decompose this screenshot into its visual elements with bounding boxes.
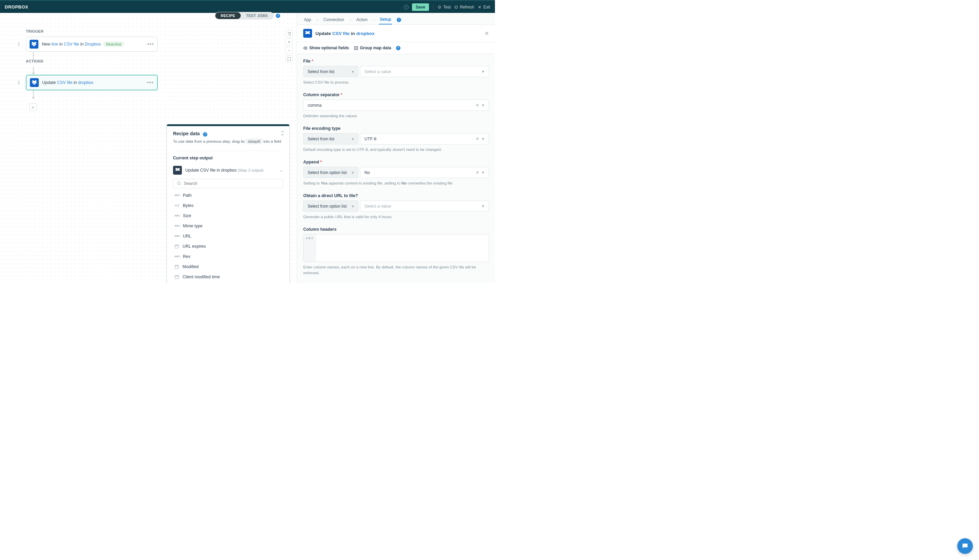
svg-rect-4 [175, 265, 179, 268]
show-optional-toggle[interactable]: Show optional fields [303, 45, 349, 50]
close-button[interactable]: ✕ [484, 30, 489, 37]
panel-title: Recipe data [173, 131, 200, 136]
trigger-row: 1 New line in CSV file in Dropbox Real-t… [18, 37, 158, 52]
file-value-select[interactable]: Select a value▾ [360, 66, 489, 77]
action-node[interactable]: Update CSV file in dropbox ••• [26, 75, 158, 90]
datapill-field[interactable]: Client modified time [173, 272, 283, 282]
dropbox-icon [173, 166, 182, 175]
direct-url-help: Generate a public URL that is valid for … [303, 214, 489, 220]
save-button[interactable]: Save [412, 3, 429, 11]
encoding-mode-select[interactable]: Select from list▾ [303, 133, 358, 144]
group-map-toggle[interactable]: Group map data [354, 45, 391, 50]
zoom-reset[interactable] [285, 30, 293, 37]
panel-desc: To use data from a previous step, drag i… [173, 138, 283, 144]
tab-test-jobs[interactable]: TEST JOBS [241, 12, 273, 19]
tab-action[interactable]: Action [355, 15, 368, 24]
svg-rect-7 [354, 46, 355, 50]
separator-select[interactable]: comma ✕ ▾ [303, 100, 489, 111]
dropbox-icon [303, 29, 312, 38]
tabs-help-icon[interactable]: ? [276, 13, 280, 18]
field-encoding: File encoding type Select from list▾ UTF… [303, 126, 489, 152]
topbar-right: ? Save Test Refresh Exit [404, 3, 490, 11]
field-label: URL expires [183, 244, 206, 249]
canvas[interactable]: TRIGGER 1 New line in CSV file in Dropbo… [0, 13, 297, 283]
flow: TRIGGER 1 New line in CSV file in Dropbo… [18, 29, 158, 111]
append-mode-select[interactable]: Select from option list▾ [303, 167, 358, 178]
search-input[interactable] [184, 181, 279, 186]
dropbox-icon [30, 78, 39, 87]
field-file: File * Select from list▾ Select a value▾… [303, 59, 489, 85]
test-button[interactable]: Test [437, 5, 451, 10]
zoom-fit[interactable] [285, 55, 293, 63]
datapill-field[interactable]: Modified [173, 262, 283, 272]
refresh-icon [454, 5, 458, 9]
clear-icon[interactable]: ✕ [475, 103, 479, 108]
collapse-icon[interactable] [280, 131, 285, 136]
tab-recipe[interactable]: RECIPE [215, 12, 241, 19]
svg-point-1 [439, 7, 440, 7]
app-title: DROPBOX [5, 4, 28, 10]
svg-rect-5 [175, 275, 179, 278]
direct-url-mode-select[interactable]: Select from option list▾ [303, 200, 358, 212]
append-value-select[interactable]: No ✕▾ [360, 167, 489, 178]
main: TRIGGER 1 New line in CSV file in Dropbo… [0, 13, 495, 283]
encoding-value-select[interactable]: UTF-8 ✕▾ [360, 133, 489, 144]
search-input-wrap[interactable] [173, 179, 283, 188]
separator-help: Delimiter separating the values [303, 113, 489, 118]
datapill-field[interactable]: ABCPath [173, 190, 283, 200]
trigger-menu[interactable]: ••• [147, 41, 154, 47]
field-label: Modified [183, 264, 198, 269]
headers-textarea[interactable]: A B C [303, 234, 489, 262]
add-step-button[interactable]: + [29, 103, 37, 111]
tab-app[interactable]: App [303, 15, 312, 24]
direct-url-value-select[interactable]: Select a value▾ [360, 200, 489, 212]
encoding-label: File encoding type [303, 126, 489, 131]
field-label: Path [183, 193, 192, 198]
field-label: Client modified time [183, 275, 220, 279]
panel-help-icon[interactable]: ? [203, 132, 207, 137]
field-direct-url: Obtain a direct URL to file? Select from… [303, 193, 489, 220]
step-num-1: 1 [18, 42, 21, 47]
top-bar: DROPBOX ? Save Test Refresh Exit RECIPE … [0, 0, 495, 13]
field-label: Mime type [183, 223, 203, 228]
zoom-controls: + − [285, 30, 293, 63]
gear-icon [437, 5, 442, 9]
app-root: DROPBOX ? Save Test Refresh Exit RECIPE … [0, 0, 495, 283]
exit-button[interactable]: Exit [478, 5, 490, 10]
expand-icon [287, 57, 291, 61]
help-icon[interactable]: ? [404, 5, 409, 10]
svg-point-2 [177, 182, 180, 185]
calendar-icon [174, 264, 179, 269]
encoding-help: Default encoding type is set to UTF-8, a… [303, 147, 489, 152]
zoom-out[interactable]: − [285, 47, 293, 54]
clear-icon[interactable]: ✕ [475, 137, 479, 142]
form-body: File * Select from list▾ Select a value▾… [297, 54, 495, 283]
refresh-button[interactable]: Refresh [454, 5, 474, 10]
direct-url-label: Obtain a direct URL to file? [303, 193, 489, 198]
datapill-field[interactable]: URL expires [173, 241, 283, 252]
tab-connection[interactable]: Connection [323, 15, 345, 24]
opts-help-icon[interactable]: ? [396, 46, 400, 50]
datapill-field[interactable]: 123Bytes [173, 200, 283, 211]
separator-label: Column separator * [303, 92, 489, 97]
datapill-field[interactable]: ABCMime type [173, 221, 283, 231]
svg-rect-3 [175, 245, 179, 248]
datapill-field[interactable]: ABCRev [173, 252, 283, 262]
realtime-badge: Real-time [103, 42, 124, 47]
trigger-label: TRIGGER [26, 29, 158, 33]
trigger-node[interactable]: New line in CSV file in Dropbox Real-tim… [26, 37, 158, 52]
tab-setup[interactable]: Setup [379, 15, 392, 25]
datapill-chip: datapill [246, 138, 262, 144]
datapill-field[interactable]: ABCSize [173, 211, 283, 221]
datapill-field[interactable]: ABCURL [173, 231, 283, 241]
zoom-in[interactable]: + [285, 38, 293, 45]
tabs-help-icon[interactable]: ? [397, 18, 401, 22]
connector [33, 52, 33, 59]
actions-label: ACTIONS [26, 59, 158, 63]
file-mode-select[interactable]: Select from list▾ [303, 66, 358, 77]
type-badge: ABC [174, 214, 180, 217]
clear-icon[interactable]: ✕ [475, 170, 479, 175]
step-output-row[interactable]: Update CSV file in dropbox (Step 2 outpu… [173, 164, 283, 177]
headers-help: Enter column names, each on a new line. … [303, 264, 489, 275]
action-menu[interactable]: ••• [147, 80, 153, 86]
